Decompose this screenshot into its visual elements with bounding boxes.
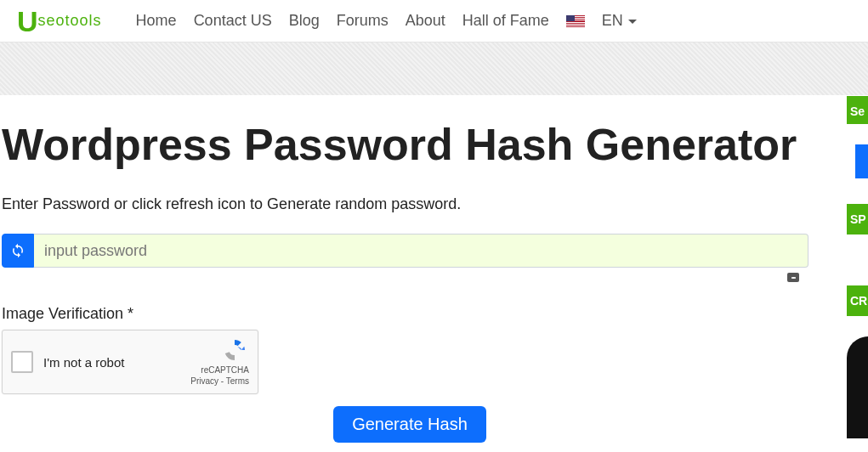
sidebar-widgets: Se SP CR xyxy=(847,96,868,438)
refresh-button[interactable] xyxy=(2,234,34,268)
generate-hash-button[interactable]: Generate Hash xyxy=(333,406,486,443)
nav-link-blog[interactable]: Blog xyxy=(289,12,320,30)
nav-link-contact[interactable]: Contact US xyxy=(194,12,272,30)
recaptcha-icon xyxy=(220,337,249,363)
recaptcha-checkbox[interactable] xyxy=(11,351,33,373)
navbar: U seotools Home Contact US Blog Forums A… xyxy=(0,0,868,42)
side-widget-3[interactable]: CR xyxy=(847,285,868,316)
verification-label: Image Verification * xyxy=(2,305,868,323)
language-dropdown[interactable]: EN xyxy=(602,12,637,30)
refresh-icon xyxy=(10,243,26,258)
nav-link-home[interactable]: Home xyxy=(136,12,177,30)
banner-strip xyxy=(0,42,868,95)
logo[interactable]: U seotools xyxy=(17,7,102,36)
nav-items: Home Contact US Blog Forums About Hall o… xyxy=(136,12,637,30)
instruction-text: Enter Password or click refresh icon to … xyxy=(2,195,868,213)
recaptcha-branding: reCAPTCHA Privacy - Terms xyxy=(190,337,249,387)
nav-link-hall-of-fame[interactable]: Hall of Fame xyxy=(462,12,549,30)
logo-mark: U xyxy=(17,7,37,36)
language-label: EN xyxy=(602,12,623,30)
main-content: Wordpress Password Hash Generator Enter … xyxy=(0,119,868,443)
password-input[interactable] xyxy=(34,234,808,268)
side-widget-1b[interactable] xyxy=(855,144,868,178)
recaptcha-box[interactable]: I'm not a robot reCAPTCHA Privacy - Term… xyxy=(2,330,258,394)
side-widget-1[interactable]: Se xyxy=(847,96,868,124)
recaptcha-label: I'm not a robot xyxy=(43,355,190,370)
page-title: Wordpress Password Hash Generator xyxy=(2,119,868,170)
password-manager-icon[interactable]: ••• xyxy=(787,273,799,282)
flag-icon xyxy=(566,15,585,27)
recaptcha-privacy-link[interactable]: Privacy xyxy=(190,376,218,386)
side-widget-4[interactable] xyxy=(847,336,868,438)
logo-text: seotools xyxy=(38,12,102,30)
password-input-group xyxy=(2,234,808,268)
recaptcha-brand: reCAPTCHA xyxy=(190,364,249,376)
recaptcha-terms-link[interactable]: Terms xyxy=(226,376,249,386)
chevron-down-icon xyxy=(628,20,637,24)
nav-link-forums[interactable]: Forums xyxy=(337,12,389,30)
nav-link-about[interactable]: About xyxy=(406,12,445,30)
side-widget-2[interactable]: SP xyxy=(847,204,868,234)
